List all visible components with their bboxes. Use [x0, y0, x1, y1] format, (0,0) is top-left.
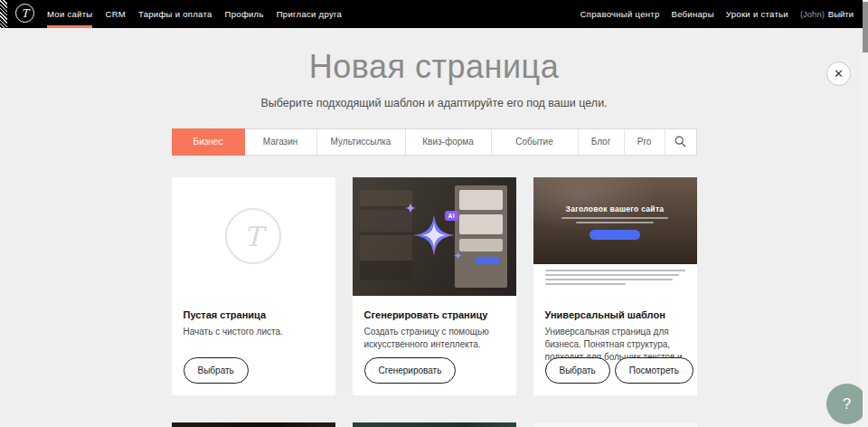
card-description: Создать страницу с помощью искусственног… [353, 320, 516, 351]
preview-site-title: Заголовок вашего сайта [566, 204, 665, 214]
preview-hero-section: Заголовок вашего сайта [533, 177, 697, 264]
template-grid-next-row [172, 422, 697, 427]
ai-badge: AI [445, 211, 459, 221]
nav-item-invite-friend[interactable]: Пригласи друга [277, 0, 342, 28]
preview-text-line [561, 217, 668, 219]
tab-quiz-form[interactable]: Квиз-форма [406, 129, 492, 155]
blank-page-preview: T [172, 177, 335, 296]
small-sparkle-icon [405, 203, 416, 214]
page-subtitle: Выберите подходящий шаблон и адаптируйте… [0, 97, 868, 109]
help-button[interactable]: ? [826, 384, 867, 424]
user-logout[interactable]: (John) Выйти [800, 0, 854, 28]
tilda-t-glyph: T [244, 221, 262, 252]
card-title: Универсальный шаблон [533, 296, 697, 320]
choose-blank-button[interactable]: Выбрать [184, 357, 249, 384]
page-title: Новая страница [0, 50, 868, 84]
choose-template-button[interactable]: Выбрать [545, 357, 610, 384]
ai-sparkle-icon [413, 214, 455, 256]
edge-texture-decoration [0, 0, 7, 28]
preview-text-section [533, 264, 697, 296]
card-actions: Выбрать Посмотреть [545, 357, 693, 384]
tab-search[interactable] [665, 129, 696, 155]
new-page-dialog: T Мои сайты CRM Тарифы и оплата Профиль … [0, 0, 868, 427]
preview-text-line [545, 279, 673, 280]
nav-left: Мои сайты CRM Тарифы и оплата Профиль Пр… [47, 0, 342, 28]
card-title: Сгенерировать страницу [353, 296, 516, 320]
card-description: Начать с чистого листа. [172, 320, 335, 338]
card-blank-page: T Пустая страница Начать с чистого листа… [172, 177, 335, 395]
nav-item-webinars[interactable]: Вебинары [672, 0, 714, 28]
close-icon: ✕ [834, 68, 844, 80]
small-sparkle-icon [454, 251, 462, 260]
tab-store[interactable]: Магазин [245, 129, 317, 155]
mock-block [459, 239, 503, 251]
card-actions: Сгенерировать [364, 357, 457, 384]
generate-button[interactable]: Сгенерировать [364, 357, 457, 384]
card-title: Пустая страница [172, 296, 335, 320]
nav-item-profile[interactable]: Профиль [225, 0, 264, 28]
mock-block [459, 190, 503, 210]
top-nav: T Мои сайты CRM Тарифы и оплата Профиль … [0, 0, 868, 28]
tab-event[interactable]: Событие [492, 129, 579, 155]
mock-block [459, 214, 503, 234]
preview-text-line [545, 274, 680, 276]
website-mock-panel [455, 185, 507, 288]
preview-text-line [545, 270, 685, 271]
close-button[interactable]: ✕ [826, 62, 851, 86]
card-actions: Выбрать [184, 357, 249, 384]
template-card-partial[interactable] [533, 422, 697, 427]
card-universal-template: Заголовок вашего сайта Универсальный шаб… [533, 177, 697, 395]
view-template-button[interactable]: Посмотреть [615, 357, 693, 384]
tilda-logo-letter: T [21, 7, 28, 20]
tab-multilink[interactable]: Мультиссылка [317, 129, 406, 155]
question-mark-icon: ? [843, 395, 851, 413]
preview-text-line [545, 283, 627, 285]
card-generate-ai: AI Сгенерировать страницу Создать страни… [353, 177, 516, 395]
ai-template-preview: AI [353, 177, 516, 296]
template-grid: T Пустая страница Начать с чистого листа… [172, 177, 697, 395]
template-category-tabs: Бизнес Магазин Мультиссылка Квиз-форма С… [172, 128, 697, 156]
nav-item-plans-payment[interactable]: Тарифы и оплата [138, 0, 212, 28]
main-content: ✕ Новая страница Выберите подходящий шаб… [0, 50, 868, 427]
template-card-partial[interactable] [172, 422, 335, 427]
tab-business[interactable]: Бизнес [173, 129, 245, 155]
universal-template-preview: Заголовок вашего сайта [533, 177, 697, 296]
preview-text-line [576, 222, 654, 223]
nav-item-my-sites[interactable]: Мои сайты [47, 0, 92, 28]
template-card-partial[interactable] [353, 422, 516, 427]
mock-button [476, 257, 499, 264]
tilda-logo[interactable]: T [15, 4, 34, 23]
nav-item-lessons-articles[interactable]: Уроки и статьи [726, 0, 788, 28]
logout-label: Выйти [828, 9, 854, 19]
nav-item-help-center[interactable]: Справочный центр [580, 0, 660, 28]
tab-pro[interactable]: Pro [625, 129, 665, 155]
nav-item-crm[interactable]: CRM [105, 0, 126, 28]
nav-right: Справочный центр Вебинары Уроки и статьи… [580, 0, 868, 28]
scrollbar[interactable] [863, 0, 868, 427]
tilda-circle-icon: T [225, 208, 281, 264]
tab-blog[interactable]: Блог [579, 129, 625, 155]
preview-cta-button [590, 230, 640, 240]
scrollbar-thumb[interactable] [863, 2, 868, 52]
user-name: (John) [800, 9, 825, 19]
search-icon [675, 136, 686, 147]
